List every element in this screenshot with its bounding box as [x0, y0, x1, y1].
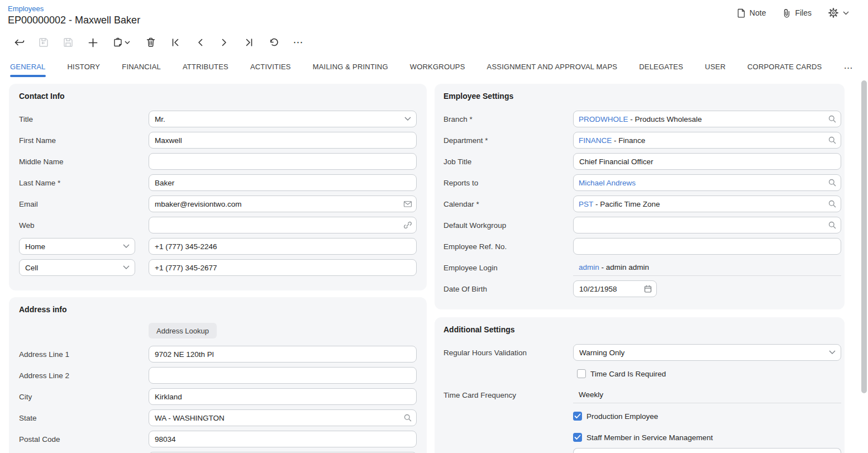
middle-name-input[interactable]	[149, 153, 417, 170]
phone2-type-combobox[interactable]: Cell	[19, 259, 135, 276]
city-input[interactable]	[149, 388, 417, 405]
field-row-address-line1: Address Line 1	[19, 344, 417, 365]
magnifier-icon[interactable]	[828, 199, 837, 208]
field-row-state: State	[19, 407, 417, 428]
calendar-link[interactable]: PST	[579, 200, 593, 208]
field-label: Last Name *	[19, 179, 149, 187]
link-icon[interactable]	[403, 221, 412, 230]
employee-login-link[interactable]: admin	[579, 263, 599, 271]
phone1-number-input[interactable]	[149, 238, 417, 255]
tab-corporate-cards[interactable]: CORPORATE CARDS	[747, 63, 822, 80]
field-label: Department *	[443, 136, 573, 145]
tab-financial[interactable]: FINANCIAL	[122, 63, 161, 80]
reports-to-link[interactable]: Michael Andrews	[579, 179, 636, 187]
default-workgroup-selector-input[interactable]	[573, 217, 841, 233]
address-line2-input[interactable]	[149, 367, 417, 384]
tab-overflow-button[interactable]: ⋯	[844, 63, 853, 80]
field-row-email: Email	[19, 193, 417, 214]
last-name-input[interactable]	[149, 174, 417, 191]
breadcrumb[interactable]: Employees	[8, 4, 44, 13]
last-record-button[interactable]	[237, 32, 261, 53]
field-row-production-employee: Production Employee	[443, 406, 841, 427]
first-record-button[interactable]	[163, 32, 188, 53]
field-row-phone1: Home	[19, 236, 417, 257]
field-row-middle-name: Middle Name	[19, 151, 417, 172]
delete-button[interactable]	[139, 32, 163, 53]
note-button[interactable]: Note	[737, 8, 766, 18]
state-selector-input[interactable]	[149, 409, 417, 426]
field-row-job-title: Job Title	[443, 151, 841, 172]
field-row-calendar: Calendar * PST - Pacific Time Zone	[443, 193, 841, 214]
phone2-number-input[interactable]	[149, 259, 417, 276]
magnifier-icon[interactable]	[828, 136, 837, 145]
tab-general[interactable]: GENERAL	[10, 63, 46, 80]
save-button[interactable]	[56, 32, 80, 53]
field-label: Employee Login	[443, 264, 573, 272]
additional-settings-card: Additional Settings Regular Hours Valida…	[435, 317, 845, 453]
chevron-down-icon	[125, 41, 130, 44]
staff-member-checkbox[interactable]	[573, 433, 582, 442]
postal-code-input[interactable]	[149, 431, 417, 447]
web-input[interactable]	[149, 217, 417, 233]
checkbox-label: Staff Member in Service Management	[586, 433, 713, 442]
back-button[interactable]	[7, 32, 31, 53]
field-label: Time Card Frequency	[443, 391, 573, 399]
magnifier-icon[interactable]	[828, 115, 837, 123]
branch-link[interactable]: PRODWHOLE	[579, 115, 628, 123]
copy-paste-button[interactable]	[105, 32, 139, 53]
paperclip-icon	[783, 8, 791, 18]
header-actions: Note Files	[737, 8, 849, 18]
settings-menu-button[interactable]	[828, 8, 849, 18]
magnifier-icon[interactable]	[828, 178, 837, 187]
field-label: Employee Ref. No.	[443, 242, 573, 251]
save-close-button[interactable]	[31, 32, 56, 53]
phone1-type-combobox[interactable]: Home	[19, 238, 135, 255]
tab-attributes[interactable]: ATTRIBUTES	[183, 63, 228, 80]
tab-activities[interactable]: ACTIVITIES	[250, 63, 291, 80]
undo-button[interactable]	[261, 32, 286, 53]
time-card-frequency-value: Weekly	[573, 387, 841, 403]
tab-user[interactable]: USER	[705, 63, 726, 80]
tab-assignment-approval-maps[interactable]: ASSIGNMENT AND APPROVAL MAPS	[487, 63, 618, 80]
chevron-down-icon[interactable]	[403, 115, 412, 123]
add-new-button[interactable]	[80, 32, 105, 53]
field-row-employee-ref: Employee Ref. No.	[443, 236, 841, 257]
section-title-additional-settings: Additional Settings	[443, 325, 841, 334]
calendar-icon[interactable]	[643, 284, 652, 293]
tab-workgroups[interactable]: WORKGROUPS	[410, 63, 465, 80]
previous-record-button[interactable]	[188, 32, 212, 53]
next-record-button[interactable]	[212, 32, 237, 53]
envelope-icon[interactable]	[403, 199, 412, 208]
field-label: Middle Name	[19, 158, 149, 166]
production-employee-checkbox[interactable]	[573, 412, 582, 421]
toolbar-more-button[interactable]: ⋯	[286, 32, 311, 53]
magnifier-icon[interactable]	[403, 413, 412, 422]
email-input[interactable]	[149, 195, 417, 212]
field-row-branch: Branch * PRODWHOLE - Products Wholesale	[443, 108, 841, 130]
chevron-down-icon[interactable]	[122, 263, 131, 272]
address-lookup-button[interactable]: Address Lookup	[149, 323, 217, 338]
regular-hours-validation-combobox[interactable]	[573, 344, 841, 361]
department-link[interactable]: FINANCE	[579, 136, 612, 145]
field-label: Reports to	[443, 179, 573, 187]
chevron-down-icon	[843, 11, 849, 15]
employee-ref-no-input[interactable]	[573, 238, 841, 255]
address-info-card: Address info Address Lookup Address Line…	[9, 297, 427, 453]
files-button[interactable]: Files	[783, 8, 812, 18]
next-field-input-partial[interactable]	[573, 448, 841, 453]
scrollbar-thumb[interactable]	[861, 80, 867, 393]
address-line1-input[interactable]	[149, 346, 417, 363]
first-name-input[interactable]	[149, 132, 417, 149]
title-combobox[interactable]	[149, 111, 417, 127]
time-card-required-checkbox[interactable]	[577, 369, 586, 378]
field-row-regular-hours-validation: Regular Hours Validation	[443, 342, 841, 363]
tab-mailing-printing[interactable]: MAILING & PRINTING	[313, 63, 388, 80]
job-title-input[interactable]	[573, 153, 841, 170]
field-row-address-line2: Address Line 2	[19, 365, 417, 386]
magnifier-icon[interactable]	[828, 221, 837, 230]
tab-history[interactable]: HISTORY	[68, 63, 101, 80]
chevron-down-icon[interactable]	[828, 348, 837, 357]
tab-delegates[interactable]: DELEGATES	[639, 63, 683, 80]
chevron-down-icon[interactable]	[122, 242, 131, 251]
vertical-scrollbar[interactable]	[860, 78, 867, 453]
